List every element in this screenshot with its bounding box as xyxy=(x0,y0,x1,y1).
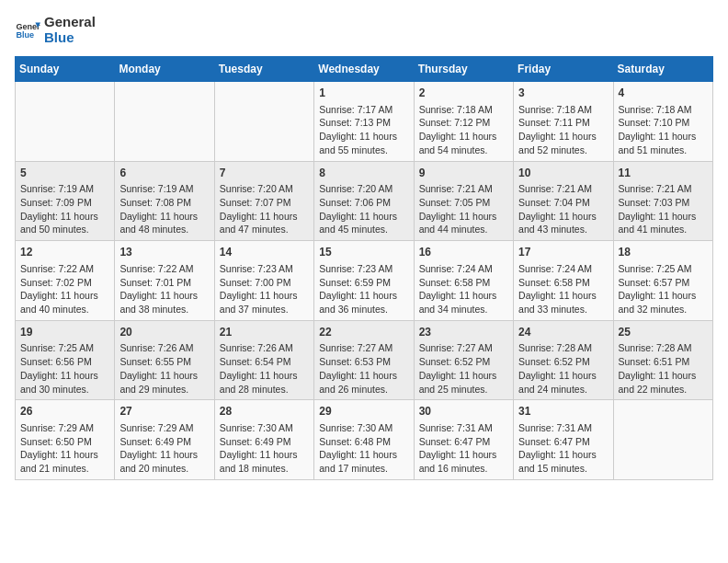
day-of-week-header: Thursday xyxy=(414,57,513,82)
day-info: Daylight: 11 hours and 34 minutes. xyxy=(419,289,508,316)
day-info: Sunrise: 7:27 AM xyxy=(419,341,508,355)
day-info: Sunset: 6:55 PM xyxy=(119,355,209,369)
day-number: 9 xyxy=(419,166,508,181)
day-info: Daylight: 11 hours and 52 minutes. xyxy=(518,130,608,156)
day-info: Daylight: 11 hours and 44 minutes. xyxy=(419,210,508,236)
day-number: 23 xyxy=(419,325,508,340)
day-number: 4 xyxy=(619,86,708,101)
day-info: Daylight: 11 hours and 28 minutes. xyxy=(220,369,309,396)
day-of-week-header: Sunday xyxy=(16,57,115,82)
day-info: Sunset: 6:53 PM xyxy=(319,355,408,369)
day-info: Sunset: 7:06 PM xyxy=(319,196,408,210)
day-info: Daylight: 11 hours and 41 minutes. xyxy=(619,210,708,236)
day-number: 7 xyxy=(220,166,309,181)
calendar-cell: 13Sunrise: 7:22 AMSunset: 7:01 PMDayligh… xyxy=(115,241,214,321)
day-number: 13 xyxy=(119,245,209,260)
calendar-cell: 28Sunrise: 7:30 AMSunset: 6:49 PMDayligh… xyxy=(214,400,313,480)
calendar-cell: 17Sunrise: 7:24 AMSunset: 6:58 PMDayligh… xyxy=(514,241,613,321)
day-of-week-header: Saturday xyxy=(613,57,712,82)
day-info: Sunset: 7:11 PM xyxy=(518,116,608,130)
day-info: Sunset: 6:48 PM xyxy=(319,435,408,449)
day-of-week-header: Monday xyxy=(115,57,214,82)
logo-blue: Blue xyxy=(44,30,96,46)
calendar-cell: 4Sunrise: 7:18 AMSunset: 7:10 PMDaylight… xyxy=(613,82,712,162)
day-number: 18 xyxy=(619,245,708,260)
day-info: Sunrise: 7:19 AM xyxy=(119,182,209,196)
day-number: 10 xyxy=(518,166,608,181)
day-number: 24 xyxy=(518,325,608,340)
day-info: Sunrise: 7:17 AM xyxy=(319,103,408,117)
calendar-cell: 12Sunrise: 7:22 AMSunset: 7:02 PMDayligh… xyxy=(16,241,115,321)
day-info: Sunrise: 7:22 AM xyxy=(119,262,209,276)
day-info: Sunrise: 7:31 AM xyxy=(518,421,608,435)
calendar-week-row: 26Sunrise: 7:29 AMSunset: 6:50 PMDayligh… xyxy=(16,400,713,480)
day-info: Sunrise: 7:18 AM xyxy=(419,103,508,117)
day-info: Daylight: 11 hours and 43 minutes. xyxy=(518,210,608,236)
day-number: 12 xyxy=(20,245,109,260)
calendar-week-row: 5Sunrise: 7:19 AMSunset: 7:09 PMDaylight… xyxy=(16,161,713,241)
day-number: 30 xyxy=(419,404,508,419)
calendar-cell: 22Sunrise: 7:27 AMSunset: 6:53 PMDayligh… xyxy=(314,320,414,400)
day-info: Sunset: 6:59 PM xyxy=(319,276,408,290)
day-info: Sunrise: 7:21 AM xyxy=(419,182,508,196)
day-info: Sunset: 6:58 PM xyxy=(518,276,608,290)
calendar-cell: 24Sunrise: 7:28 AMSunset: 6:52 PMDayligh… xyxy=(514,320,613,400)
day-info: Daylight: 11 hours and 55 minutes. xyxy=(319,130,408,156)
day-info: Sunrise: 7:26 AM xyxy=(220,341,309,355)
day-number: 2 xyxy=(419,86,508,101)
day-info: Sunset: 6:47 PM xyxy=(518,435,608,449)
day-info: Sunrise: 7:30 AM xyxy=(220,421,309,435)
day-info: Daylight: 11 hours and 37 minutes. xyxy=(220,289,309,316)
logo-icon: General Blue xyxy=(15,17,40,43)
calendar-cell: 6Sunrise: 7:19 AMSunset: 7:08 PMDaylight… xyxy=(115,161,214,241)
day-info: Sunrise: 7:23 AM xyxy=(319,262,408,276)
day-number: 27 xyxy=(119,404,209,419)
day-info: Daylight: 11 hours and 45 minutes. xyxy=(319,210,408,236)
calendar-header: SundayMondayTuesdayWednesdayThursdayFrid… xyxy=(16,57,713,82)
calendar-cell: 5Sunrise: 7:19 AMSunset: 7:09 PMDaylight… xyxy=(16,161,115,241)
header-row: SundayMondayTuesdayWednesdayThursdayFrid… xyxy=(16,57,713,82)
day-info: Daylight: 11 hours and 16 minutes. xyxy=(419,448,508,475)
day-info: Daylight: 11 hours and 22 minutes. xyxy=(619,369,708,396)
day-info: Sunset: 6:57 PM xyxy=(619,276,708,290)
day-info: Daylight: 11 hours and 17 minutes. xyxy=(319,448,408,475)
calendar-body: 1Sunrise: 7:17 AMSunset: 7:13 PMDaylight… xyxy=(16,82,713,480)
day-info: Sunrise: 7:26 AM xyxy=(119,341,209,355)
calendar-cell: 20Sunrise: 7:26 AMSunset: 6:55 PMDayligh… xyxy=(115,320,214,400)
day-info: Sunrise: 7:20 AM xyxy=(319,182,408,196)
day-number: 3 xyxy=(518,86,608,101)
day-info: Daylight: 11 hours and 40 minutes. xyxy=(20,289,109,316)
day-number: 29 xyxy=(319,404,408,419)
day-number: 19 xyxy=(20,325,109,340)
day-number: 28 xyxy=(220,404,309,419)
day-info: Sunset: 6:49 PM xyxy=(119,435,209,449)
day-info: Daylight: 11 hours and 51 minutes. xyxy=(619,130,708,156)
day-info: Sunset: 6:51 PM xyxy=(619,355,708,369)
day-number: 6 xyxy=(119,166,209,181)
day-info: Sunrise: 7:23 AM xyxy=(220,262,309,276)
logo: General Blue General Blue xyxy=(15,15,96,45)
day-info: Daylight: 11 hours and 26 minutes. xyxy=(319,369,408,396)
day-number: 20 xyxy=(119,325,209,340)
day-info: Sunset: 7:02 PM xyxy=(20,276,109,290)
day-info: Sunset: 7:10 PM xyxy=(619,116,708,130)
day-info: Sunset: 7:03 PM xyxy=(619,196,708,210)
calendar-cell: 11Sunrise: 7:21 AMSunset: 7:03 PMDayligh… xyxy=(613,161,712,241)
day-info: Sunset: 6:52 PM xyxy=(419,355,508,369)
calendar-cell: 2Sunrise: 7:18 AMSunset: 7:12 PMDaylight… xyxy=(414,82,513,162)
calendar-cell xyxy=(115,82,214,162)
day-number: 5 xyxy=(20,166,109,181)
calendar-week-row: 1Sunrise: 7:17 AMSunset: 7:13 PMDaylight… xyxy=(16,82,713,162)
day-number: 16 xyxy=(419,245,508,260)
day-number: 22 xyxy=(319,325,408,340)
day-info: Daylight: 11 hours and 20 minutes. xyxy=(119,448,209,475)
day-info: Daylight: 11 hours and 48 minutes. xyxy=(119,210,209,236)
calendar-cell: 1Sunrise: 7:17 AMSunset: 7:13 PMDaylight… xyxy=(314,82,414,162)
day-info: Sunrise: 7:18 AM xyxy=(518,103,608,117)
calendar-cell: 27Sunrise: 7:29 AMSunset: 6:49 PMDayligh… xyxy=(115,400,214,480)
calendar-cell xyxy=(16,82,115,162)
calendar-cell: 9Sunrise: 7:21 AMSunset: 7:05 PMDaylight… xyxy=(414,161,513,241)
day-info: Sunset: 7:04 PM xyxy=(518,196,608,210)
day-info: Sunrise: 7:18 AM xyxy=(619,103,708,117)
day-info: Sunset: 6:54 PM xyxy=(220,355,309,369)
